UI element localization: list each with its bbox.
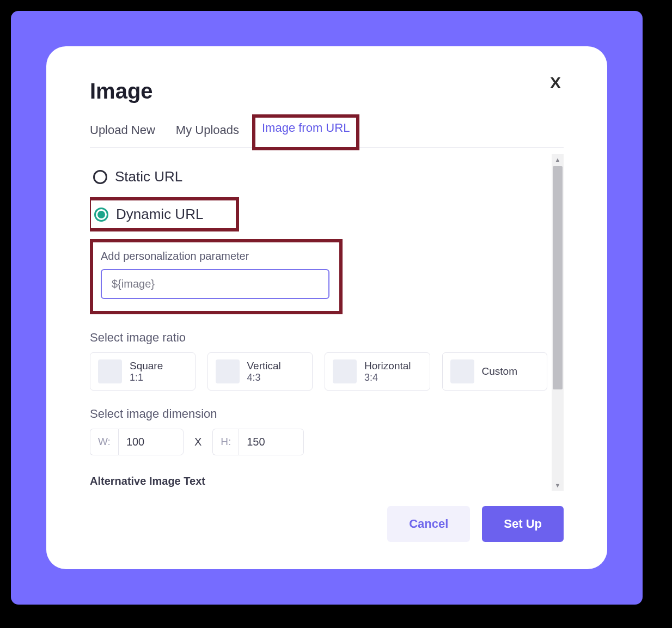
ratio-thumb-icon — [216, 359, 240, 383]
width-input[interactable] — [118, 429, 184, 455]
highlight-dynamic-url: Dynamic URL — [90, 197, 239, 231]
personalization-label: Add personalization parameter — [101, 250, 329, 263]
modal-footer: Cancel Set Up — [90, 491, 564, 542]
setup-button[interactable]: Set Up — [482, 506, 564, 542]
ratio-name: Custom — [482, 365, 517, 377]
image-modal: X Image Upload New My Uploads Image from… — [46, 46, 607, 569]
tab-upload-new[interactable]: Upload New — [90, 119, 155, 147]
close-icon[interactable]: X — [550, 74, 561, 92]
ratio-section-label: Select image ratio — [90, 331, 564, 345]
tab-image-from-url[interactable]: Image from URL — [252, 114, 359, 150]
radio-dynamic-label: Dynamic URL — [116, 206, 203, 223]
height-group: H: — [212, 429, 304, 455]
width-group: W: — [90, 429, 184, 455]
scrollbar-down-icon[interactable]: ▼ — [552, 480, 564, 491]
radio-static-label: Static URL — [115, 168, 182, 185]
height-input[interactable] — [239, 429, 304, 455]
ratio-name: Square — [130, 360, 163, 372]
personalization-input[interactable] — [101, 269, 329, 299]
radio-dynamic-url[interactable]: Dynamic URL — [94, 203, 203, 226]
ratio-thumb-icon — [450, 359, 474, 383]
ratio-option-square[interactable]: Square 1:1 — [90, 352, 196, 391]
ratio-option-custom[interactable]: Custom — [442, 352, 548, 391]
outer-frame: X Image Upload New My Uploads Image from… — [11, 11, 643, 605]
scrollbar-up-icon[interactable]: ▲ — [552, 154, 564, 165]
ratio-sub: 4:3 — [247, 372, 281, 383]
radio-unchecked-icon — [93, 170, 107, 184]
ratio-name: Horizontal — [364, 360, 411, 372]
scrollbar[interactable]: ▲ ▼ — [552, 154, 564, 491]
dimension-separator: X — [190, 436, 206, 448]
ratio-option-vertical[interactable]: Vertical 4:3 — [207, 352, 313, 391]
highlight-personalization: Add personalization parameter — [90, 239, 343, 314]
radio-static-url[interactable]: Static URL — [93, 165, 564, 188]
ratio-sub: 1:1 — [130, 372, 163, 383]
cancel-button[interactable]: Cancel — [387, 506, 470, 542]
ratio-option-horizontal[interactable]: Horizontal 3:4 — [325, 352, 430, 391]
tab-my-uploads[interactable]: My Uploads — [176, 119, 239, 147]
modal-title: Image — [90, 79, 564, 103]
ratio-sub: 3:4 — [364, 372, 411, 383]
width-label: W: — [90, 429, 118, 455]
dimension-section-label: Select image dimension — [90, 407, 564, 421]
radio-checked-icon — [94, 208, 108, 222]
tabs-row: Upload New My Uploads Image from URL — [90, 119, 564, 148]
scrollbar-thumb[interactable] — [553, 166, 563, 389]
ratio-options: Square 1:1 Vertical 4:3 Horizontal 3:4 — [90, 352, 564, 391]
alt-text-title: Alternative Image Text — [90, 475, 564, 487]
ratio-thumb-icon — [98, 359, 122, 383]
modal-content: ▲ ▼ Static URL Dynamic URL Add personali… — [90, 148, 564, 491]
ratio-thumb-icon — [333, 359, 357, 383]
dimension-row: W: X H: — [90, 429, 564, 455]
ratio-name: Vertical — [247, 360, 281, 372]
height-label: H: — [212, 429, 239, 455]
